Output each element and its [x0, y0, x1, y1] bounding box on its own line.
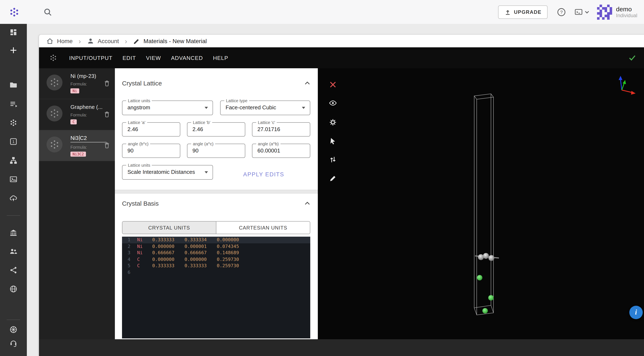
- visibility-icon[interactable]: [329, 99, 337, 107]
- code-line: 6: [122, 269, 310, 276]
- folder-icon[interactable]: [9, 81, 18, 89]
- edit-pencil-icon[interactable]: [329, 174, 337, 182]
- svg-text:1: 1: [12, 140, 15, 144]
- coord-y: [184, 269, 217, 276]
- upgrade-label: UPGRADE: [514, 9, 541, 15]
- menu-view[interactable]: VIEW: [146, 55, 161, 61]
- material-item[interactable]: Graphene (... Formula: C: [39, 99, 115, 130]
- delete-icon[interactable]: [103, 141, 111, 150]
- svg-text:?: ?: [560, 9, 563, 15]
- line-number: 1: [122, 237, 133, 243]
- team-icon[interactable]: [9, 247, 18, 255]
- breadcrumb-account[interactable]: Account: [87, 37, 119, 45]
- code-line: 2 Ni 0.000000 0.000001 0.074345: [122, 243, 310, 250]
- tab-cartesian-units[interactable]: CARTESIAN UNITS: [216, 221, 310, 234]
- angle-bc-input[interactable]: angle (b^c) 90: [122, 144, 180, 158]
- structure-canvas[interactable]: [318, 68, 644, 339]
- angle-ab-input[interactable]: angle (a^b) 60.00001: [252, 144, 310, 158]
- share-icon[interactable]: [9, 266, 18, 274]
- workflows-icon[interactable]: [9, 156, 18, 165]
- material-item[interactable]: Ni (mp-23) Formula: Ni: [39, 68, 115, 99]
- breadcrumb-separator: ›: [78, 37, 81, 45]
- field-label: angle (a^b): [256, 142, 280, 146]
- upload-icon: [504, 8, 511, 15]
- select-tool-icon[interactable]: [329, 137, 337, 145]
- lattice-units-select[interactable]: Lattice units angstrom: [122, 101, 213, 115]
- topbar: UPGRADE ?: [0, 0, 644, 24]
- dashboard-icon[interactable]: [9, 28, 18, 36]
- coord-y: 0.000000: [184, 256, 217, 263]
- app-logo-icon[interactable]: [9, 7, 19, 17]
- breadcrumb-label: Materials - New Material: [144, 38, 207, 44]
- line-number: 6: [122, 269, 133, 276]
- menu-edit[interactable]: EDIT: [123, 55, 136, 61]
- settings-icon[interactable]: [329, 118, 337, 127]
- close-icon[interactable]: [329, 80, 337, 89]
- menu-help[interactable]: HELP: [213, 55, 228, 61]
- materials-icon[interactable]: [9, 119, 18, 127]
- breadcrumb-current: Materials - New Material: [133, 37, 207, 45]
- globe-icon[interactable]: [9, 285, 18, 293]
- material-avatar: [46, 137, 62, 153]
- counter-one-icon[interactable]: 1: [9, 137, 18, 146]
- material-name-input[interactable]: Ni3 C2: [70, 135, 106, 142]
- upgrade-button[interactable]: UPGRADE: [498, 5, 548, 19]
- help-icon[interactable]: ?: [557, 7, 566, 16]
- user-menu[interactable]: demo Individual: [597, 4, 637, 19]
- menu-input-output[interactable]: INPUT/OUTPUT: [69, 55, 112, 61]
- field-label: angle (a^c): [191, 142, 215, 146]
- console-menu-button[interactable]: [574, 8, 590, 16]
- coord-y: 0.000001: [184, 243, 217, 250]
- select-caret-icon: [204, 107, 208, 109]
- coord-y: 0.333334: [184, 237, 217, 243]
- breadcrumb: Home › Account › Materials - New Materia…: [39, 35, 644, 47]
- lattice-b-input[interactable]: Lattice 'b' 2.46: [187, 122, 245, 137]
- field-label: Lattice units: [126, 163, 152, 168]
- cloud-upload-icon[interactable]: [9, 194, 18, 202]
- lattice-a-input[interactable]: Lattice 'a' 2.46: [122, 122, 180, 137]
- axes-gizmo: [619, 76, 636, 95]
- delete-icon[interactable]: [103, 110, 111, 119]
- line-number: 2: [122, 243, 133, 250]
- name-text: C2: [80, 135, 87, 141]
- lattice-type-select[interactable]: Lattice type Face-centered Cubic: [220, 101, 310, 115]
- search-icon[interactable]: [43, 7, 52, 16]
- save-check-icon[interactable]: [628, 53, 637, 62]
- organization-icon[interactable]: [9, 228, 18, 237]
- material-name: Ni (mp-23): [70, 73, 112, 79]
- basis-code-editor[interactable]: 1 Ni 0.333333 0.333334 0.000000 2 Ni 0.0…: [122, 237, 310, 339]
- angle-ac-input[interactable]: angle (a^c) 90: [187, 144, 245, 158]
- playlist-icon[interactable]: [9, 100, 18, 109]
- breadcrumb-home[interactable]: Home: [46, 37, 73, 45]
- element-symbol: [133, 269, 152, 276]
- coord-x: 0.333333: [152, 237, 184, 243]
- sidebar-divider: [7, 320, 20, 320]
- app-root: UPGRADE ?: [0, 0, 644, 356]
- apply-edits-button[interactable]: APPLY EDITS: [239, 169, 288, 180]
- material-item-selected[interactable]: Ni3 C2 Formula: Ni3C2: [39, 130, 115, 161]
- code-line: 4 C 0.000000 0.000000 0.259730: [122, 256, 310, 263]
- materials-list: Ni (mp-23) Formula: Ni: [39, 68, 115, 339]
- import-export-icon[interactable]: [329, 155, 337, 164]
- scale-units-select[interactable]: Lattice units Scale Interatomic Distance…: [122, 165, 213, 180]
- viewer-panel: i: [318, 68, 644, 339]
- element-symbol: C: [133, 256, 152, 263]
- delete-icon[interactable]: [103, 79, 111, 88]
- collapse-lattice-icon[interactable]: [304, 81, 310, 85]
- tab-crystal-units[interactable]: CRYSTAL UNITS: [122, 221, 216, 234]
- lattice-c-input[interactable]: Lattice 'c' 27.01716: [252, 122, 310, 137]
- add-icon[interactable]: [9, 46, 18, 54]
- text-cursor: [79, 135, 80, 141]
- web-icon[interactable]: [9, 326, 18, 334]
- chevron-down-icon: [585, 10, 590, 14]
- collapse-basis-icon[interactable]: [304, 201, 310, 205]
- formula-chip: Ni3C2: [70, 152, 86, 157]
- support-icon[interactable]: [9, 339, 18, 347]
- home-icon: [46, 37, 54, 45]
- media-icon[interactable]: [9, 175, 18, 183]
- info-button[interactable]: i: [629, 306, 643, 319]
- menu-advanced[interactable]: ADVANCED: [171, 55, 203, 61]
- select-caret-icon: [204, 171, 208, 174]
- field-label: angle (b^c): [126, 142, 150, 146]
- console-icon: [574, 8, 585, 16]
